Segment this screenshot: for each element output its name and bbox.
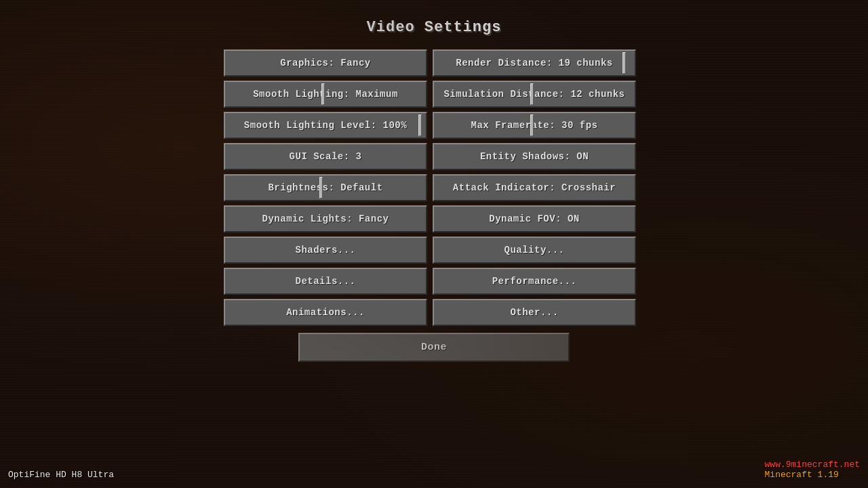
website-label: www.9minecraft.net Minecraft 1.19 (765, 460, 860, 480)
render-distance-button[interactable]: Render Distance: 19 chunks (433, 49, 636, 77)
performance-button[interactable]: Performance... (433, 268, 636, 295)
entity-shadows-button[interactable]: Entity Shadows: ON (433, 143, 636, 170)
graphics-button[interactable]: Graphics: Fancy (224, 49, 427, 77)
brightness-button[interactable]: Brightness: Default (224, 174, 427, 201)
shaders-button[interactable]: Shaders... (224, 237, 427, 264)
attack-indicator-button[interactable]: Attack Indicator: Crosshair (433, 174, 636, 201)
settings-grid: Graphics: Fancy Render Distance: 19 chun… (224, 49, 644, 326)
other-button[interactable]: Other... (433, 299, 636, 326)
max-framerate-button[interactable]: Max Framerate: 30 fps (433, 112, 636, 139)
simulation-distance-button[interactable]: Simulation Distance: 12 chunks (433, 81, 636, 108)
page-title: Video Settings (367, 19, 502, 36)
website-url: www.9minecraft.net (765, 460, 860, 470)
done-button[interactable]: Done (298, 333, 570, 362)
gui-scale-button[interactable]: GUI Scale: 3 (224, 143, 427, 170)
dynamic-fov-button[interactable]: Dynamic FOV: ON (433, 205, 636, 232)
smooth-lighting-level-button[interactable]: Smooth Lighting Level: 100% (224, 112, 427, 139)
minecraft-version: Minecraft 1.19 (765, 470, 839, 480)
animations-button[interactable]: Animations... (224, 299, 427, 326)
quality-button[interactable]: Quality... (433, 237, 636, 264)
dynamic-lights-button[interactable]: Dynamic Lights: Fancy (224, 205, 427, 232)
details-button[interactable]: Details... (224, 268, 427, 295)
smooth-lighting-button[interactable]: Smooth Lighting: Maximum (224, 81, 427, 108)
optifine-label: OptiFine HD H8 Ultra (8, 470, 114, 480)
